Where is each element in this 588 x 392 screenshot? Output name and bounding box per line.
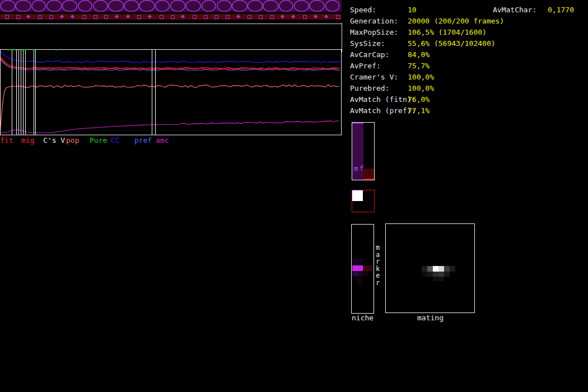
heatmap-cell <box>438 277 444 281</box>
legend-item-pure: Pure <box>90 137 107 144</box>
stat-label: Cramer's V: <box>350 73 398 81</box>
legend-item-amc: amc <box>156 137 169 144</box>
stat-value: 10 <box>408 6 417 13</box>
genome-circle <box>62 1 77 12</box>
selection-white-square <box>352 190 363 201</box>
series-amc <box>0 121 339 133</box>
legend-item-pref: pref <box>134 137 152 144</box>
female-bar-cap <box>363 179 374 180</box>
heatmap-cell <box>438 272 444 277</box>
stat-label: AvMatch (pref): <box>350 106 416 115</box>
pattern-square-glyph <box>160 15 164 19</box>
pattern-square-glyph <box>248 15 251 19</box>
pattern-diamond-glyph <box>148 15 152 18</box>
genome-circles <box>0 0 342 12</box>
genome-pattern-strip <box>0 0 342 12</box>
pattern-square-glyph <box>259 15 263 19</box>
heatmap-cell <box>352 258 363 265</box>
heatmap-cell <box>444 272 450 277</box>
genome-circle <box>78 1 92 12</box>
genome-circle <box>156 1 169 12</box>
marker-axis-label: marker <box>376 244 380 286</box>
pattern-square-glyph <box>82 15 86 19</box>
stat-value: 100,0% <box>408 85 434 92</box>
female-bar <box>363 169 374 180</box>
niche-label: niche <box>352 314 374 321</box>
pattern-diamond-glyph <box>291 15 295 18</box>
pattern-square-glyph <box>193 15 197 19</box>
heatmap-cell <box>355 276 363 281</box>
heatmap-cell <box>352 271 358 276</box>
genome-circle <box>47 1 62 12</box>
marker-label-letter: r <box>376 279 380 287</box>
pattern-square-glyph <box>104 15 108 19</box>
chart-legend: fitmigC's VpopPureCCprefamc <box>0 137 342 144</box>
stat-label: AvMatch (fitn): <box>350 95 416 104</box>
stat-row: SysSize:55,6% (56943/102400) <box>350 40 385 47</box>
niche-heatmap <box>351 224 374 314</box>
pattern-square-glyph <box>214 15 218 19</box>
heatmap-cell <box>427 266 433 272</box>
pattern-square-glyph <box>16 15 20 19</box>
marker-label-letter: e <box>376 272 380 279</box>
marker-label-letter: m <box>376 244 380 251</box>
selection-box <box>352 190 375 212</box>
genome-circle <box>139 1 155 12</box>
legend-item-fit: fit <box>0 137 13 144</box>
pattern-diamond-glyph <box>126 15 130 18</box>
genome-circle <box>248 1 263 12</box>
heatmap-cell <box>363 265 372 271</box>
stat-row: Cramer's V:100,0% <box>350 73 398 81</box>
pattern-square-glyph <box>5 15 9 19</box>
heatmap-cell <box>427 272 433 277</box>
pattern-square-glyph <box>226 15 230 19</box>
pattern-square-glyph <box>204 15 208 19</box>
stat-row: Generation:20000 (200/200 frames) <box>350 17 398 25</box>
heatmap-cell <box>363 271 368 276</box>
legend-item-pop: pop <box>66 137 79 144</box>
series-CC <box>0 51 340 63</box>
pattern-diamond-glyph <box>181 15 185 18</box>
stat-row: AvMatch (fitn):76,0% <box>350 96 416 103</box>
stat-value: 106,5% (1704/1600) <box>408 29 487 36</box>
heatmap-cell <box>358 271 363 276</box>
mating-heatmap <box>385 223 475 313</box>
heatmap-cell <box>433 266 438 272</box>
heatmap-cell <box>358 281 363 287</box>
marker-pattern-strip <box>0 14 342 20</box>
marker-label-letter: r <box>376 258 380 265</box>
genome-circle <box>94 1 108 12</box>
pattern-diamond-glyph <box>26 15 30 18</box>
sex-ratio-box: m f <box>352 122 375 180</box>
pattern-square-glyph <box>303 15 307 19</box>
stat-value: 100,0% <box>408 73 434 81</box>
genome-circle <box>294 1 309 12</box>
stat-value: 55,6% (56943/102400) <box>408 40 496 47</box>
female-label: f <box>360 165 363 172</box>
stat-value: 76,0% <box>408 96 430 103</box>
genome-circle <box>32 1 45 12</box>
heatmap-cell <box>444 266 450 272</box>
series-pop <box>0 85 339 134</box>
heatmap-cell <box>438 266 444 272</box>
pattern-square-glyph <box>336 15 340 19</box>
male-bar-cap <box>352 123 363 124</box>
legend-item-cc: CC <box>111 137 120 144</box>
male-label: m <box>354 165 358 172</box>
heatmap-cell <box>433 272 438 277</box>
genome-circle <box>16 1 31 12</box>
genome-circle <box>263 1 278 12</box>
pattern-diamond-glyph <box>115 15 119 18</box>
pattern-square-glyph <box>270 15 274 19</box>
mating-label: mating <box>417 314 444 321</box>
heatmap-cell <box>352 265 363 271</box>
pattern-diamond-glyph <box>324 15 328 18</box>
strip-underline <box>0 24 342 24</box>
stat-label: Speed: <box>350 6 376 14</box>
panel-separator-line <box>342 23 342 52</box>
genome-circle <box>186 1 200 12</box>
heatmap-cell <box>450 266 455 272</box>
genome-circle <box>232 1 248 12</box>
heatmap-cell <box>422 272 427 277</box>
pattern-square-glyph <box>94 15 97 19</box>
